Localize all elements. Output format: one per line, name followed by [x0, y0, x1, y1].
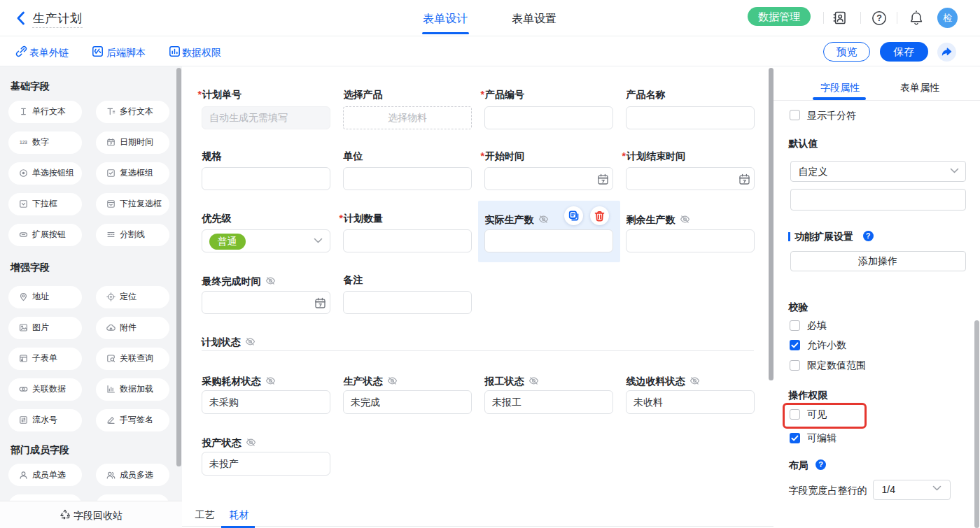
svg-text:?: ? — [876, 13, 882, 23]
svg-text:123: 123 — [20, 140, 27, 145]
